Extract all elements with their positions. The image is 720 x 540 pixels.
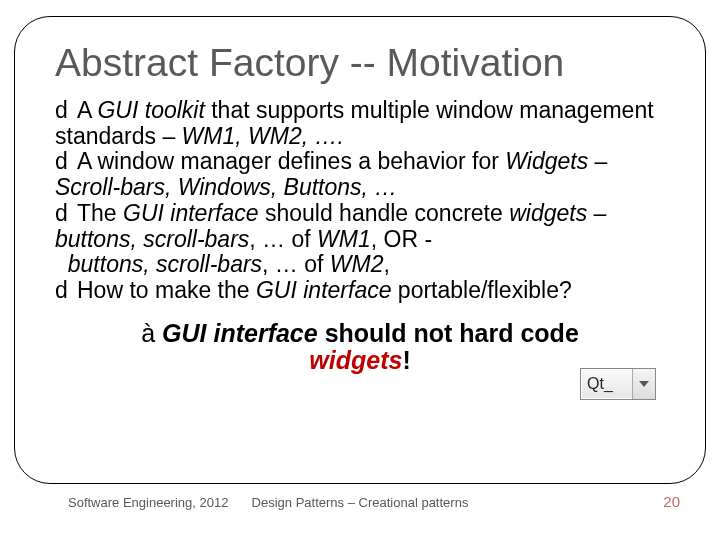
bullet-3: dThe GUI interface should handle concret… [55,201,665,278]
conclusion-line: à GUI interface should not hard code wid… [55,320,665,375]
qt-dropdown[interactable]: Qt_ [580,368,656,400]
bullet-glyph: d [55,98,77,124]
bullet-2: dA window manager defines a behavior for… [55,149,665,201]
chevron-down-icon [632,369,655,399]
slide-title: Abstract Factory -- Motivation [55,43,665,84]
arrow-glyph: à [141,319,155,347]
bullet-glyph: d [55,201,77,227]
page-number: 20 [663,493,680,510]
bullet-1: dA GUI toolkit that supports multiple wi… [55,98,665,150]
content-frame: Abstract Factory -- Motivation dA GUI to… [14,16,706,484]
qt-dropdown-label: Qt_ [581,369,632,399]
footer-center: Design Patterns – Creational patterns [0,495,720,510]
bullet-4: dHow to make the GUI interface portable/… [55,278,665,304]
bullet-glyph: d [55,149,77,175]
slide: Abstract Factory -- Motivation dA GUI to… [0,0,720,540]
body-text: dA GUI toolkit that supports multiple wi… [55,98,665,304]
bullet-glyph: d [55,278,77,304]
